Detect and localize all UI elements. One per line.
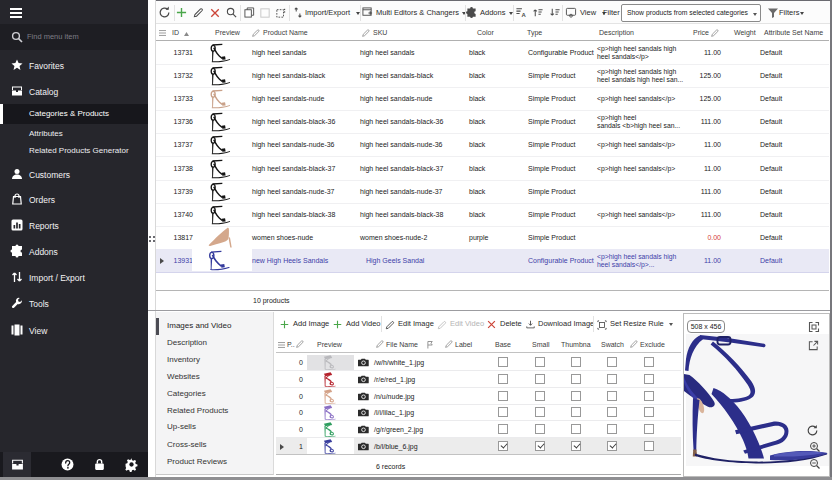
svg-text:A: A <box>521 12 526 18</box>
